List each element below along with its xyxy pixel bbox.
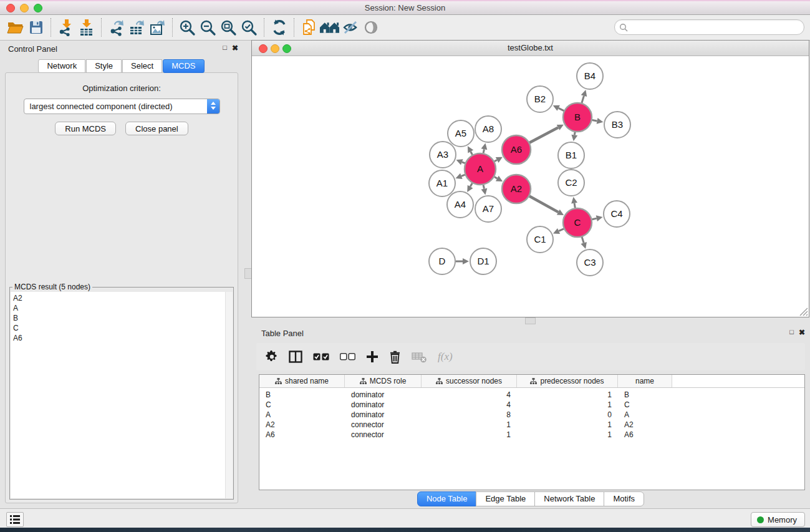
column-type-icon	[275, 378, 282, 385]
function-builder-button[interactable]: f(x)	[438, 351, 453, 363]
column-type-icon	[360, 378, 367, 385]
tab-style[interactable]: Style	[86, 59, 122, 73]
float-panel-icon[interactable]: □	[789, 328, 794, 337]
window-minimize-icon[interactable]	[20, 4, 29, 12]
horizontal-splitter-handle[interactable]	[525, 317, 536, 324]
table-cell: B	[259, 390, 345, 399]
zoom-in-button[interactable]	[177, 17, 198, 38]
edge-B-B2[interactable]	[559, 108, 564, 110]
mcds-result-item[interactable]: A	[11, 303, 233, 313]
column-type-icon	[436, 378, 443, 385]
tab-edge-table[interactable]: Edge Table	[476, 491, 535, 506]
mcds-result-item[interactable]: A2	[11, 293, 233, 303]
memory-button[interactable]: Memory	[751, 512, 805, 527]
edge-A-A5[interactable]	[471, 152, 473, 155]
edge-B-B3[interactable]	[592, 120, 597, 120]
edge-B-B4[interactable]	[582, 96, 584, 103]
close-panel-button[interactable]: Close panel	[125, 122, 188, 135]
table-row[interactable]: A2connector11A2	[259, 420, 804, 430]
unselect-all-columns-button[interactable]	[340, 353, 355, 360]
mcds-result-item[interactable]: B	[11, 313, 233, 323]
tab-mcds[interactable]: MCDS	[163, 59, 204, 73]
table-row[interactable]: A6connector11A6	[259, 430, 804, 440]
node-table[interactable]: shared nameMCDS rolesuccessor nodesprede…	[259, 374, 805, 490]
home-button[interactable]	[319, 17, 340, 38]
search-box[interactable]	[614, 19, 804, 35]
export-network-button[interactable]	[106, 17, 127, 38]
close-panel-icon[interactable]: ✖	[232, 44, 238, 52]
edge-A-A6[interactable]	[494, 160, 497, 161]
edge-C-C3[interactable]	[582, 237, 584, 243]
zoom-fit-button[interactable]	[218, 17, 239, 38]
zoom-out-button[interactable]	[198, 17, 218, 38]
control-panel-tabs: NetworkStyleSelectMCDS	[0, 59, 243, 73]
export-image-button[interactable]	[147, 17, 168, 38]
node-label: A5	[455, 128, 466, 138]
criterion-dropdown[interactable]: largest connected component (directed)	[24, 99, 220, 114]
import-network-button[interactable]	[55, 17, 76, 38]
window-close-icon[interactable]	[6, 4, 15, 12]
show-details-button[interactable]	[360, 17, 381, 38]
network-minimize-icon[interactable]	[271, 44, 279, 53]
task-history-button[interactable]	[6, 512, 24, 527]
delete-column-button[interactable]	[389, 351, 401, 364]
zoom-selected-button[interactable]	[239, 17, 259, 38]
edge-C-C2[interactable]	[574, 203, 575, 208]
mcds-result-item[interactable]: C	[11, 323, 233, 333]
edge-C-C4[interactable]	[592, 218, 596, 220]
column-header-name[interactable]: name	[618, 375, 672, 387]
tab-motifs[interactable]: Motifs	[604, 491, 644, 506]
save-session-button[interactable]	[26, 17, 46, 38]
network-window-titlebar[interactable]: testGlobe.txt	[252, 41, 809, 56]
edge-A-A4[interactable]	[470, 183, 472, 187]
edge-A-A1[interactable]	[461, 175, 465, 176]
tab-network-table[interactable]: Network Table	[534, 491, 604, 506]
tab-node-table[interactable]: Node Table	[417, 491, 477, 506]
scrollbar-track[interactable]	[225, 292, 233, 498]
table-row[interactable]: Cdominator41C	[259, 400, 804, 410]
network-canvas[interactable]: AA1A2A3A4A5A6A7A8BB1B2B3B4CC1C2C3C4DD1	[252, 56, 809, 317]
edge-A-A2[interactable]	[494, 177, 498, 179]
search-input[interactable]	[630, 22, 789, 32]
arrowhead-icon	[481, 188, 488, 195]
table-row[interactable]: Bdominator41B	[259, 390, 804, 400]
settings-gear-button[interactable]	[266, 351, 278, 363]
arrowhead-icon	[571, 197, 577, 204]
table-row[interactable]: Adominator80A	[259, 410, 804, 420]
network-close-icon[interactable]	[259, 44, 268, 53]
run-mcds-button[interactable]: Run MCDS	[55, 122, 116, 135]
column-header-predecessor-nodes[interactable]: predecessor nodes	[517, 375, 618, 387]
export-table-button[interactable]	[127, 17, 147, 38]
window-zoom-icon[interactable]	[34, 4, 42, 12]
edge-A-A3[interactable]	[462, 162, 465, 163]
column-header-successor-nodes[interactable]: successor nodes	[422, 375, 517, 387]
mcds-result-list[interactable]: A2ABCA6	[11, 292, 233, 498]
resize-grip-icon[interactable]	[799, 307, 808, 316]
edge-A-A7[interactable]	[483, 185, 484, 188]
delete-table-button[interactable]	[412, 351, 427, 363]
gear-icon	[266, 351, 278, 363]
open-session-button[interactable]	[5, 17, 26, 38]
copy-view-button[interactable]	[299, 17, 319, 38]
column-header-shared-name[interactable]: shared name	[259, 375, 345, 387]
network-zoom-icon[interactable]	[282, 44, 291, 53]
close-panel-icon[interactable]: ✖	[799, 328, 805, 337]
edge-A6-B[interactable]	[529, 127, 558, 142]
select-all-columns-button[interactable]	[313, 353, 329, 361]
tab-network[interactable]: Network	[38, 59, 85, 73]
add-column-button[interactable]	[366, 351, 378, 363]
edge-B-B1[interactable]	[574, 132, 575, 135]
column-header-mcds-role[interactable]: MCDS role	[345, 375, 422, 387]
mcds-result-item[interactable]: A6	[11, 333, 233, 343]
hide-details-button[interactable]	[340, 17, 360, 38]
float-panel-icon[interactable]: □	[223, 44, 227, 52]
import-table-button[interactable]	[76, 17, 97, 38]
edge-A-A8[interactable]	[483, 149, 484, 153]
node-label: B	[574, 112, 581, 122]
refresh-button[interactable]	[269, 17, 289, 38]
plus-icon	[366, 351, 378, 363]
tab-select[interactable]: Select	[122, 59, 162, 73]
edge-C-C1[interactable]	[559, 229, 564, 231]
edge-A2-C[interactable]	[529, 196, 558, 213]
column-layout-button[interactable]	[289, 351, 302, 363]
